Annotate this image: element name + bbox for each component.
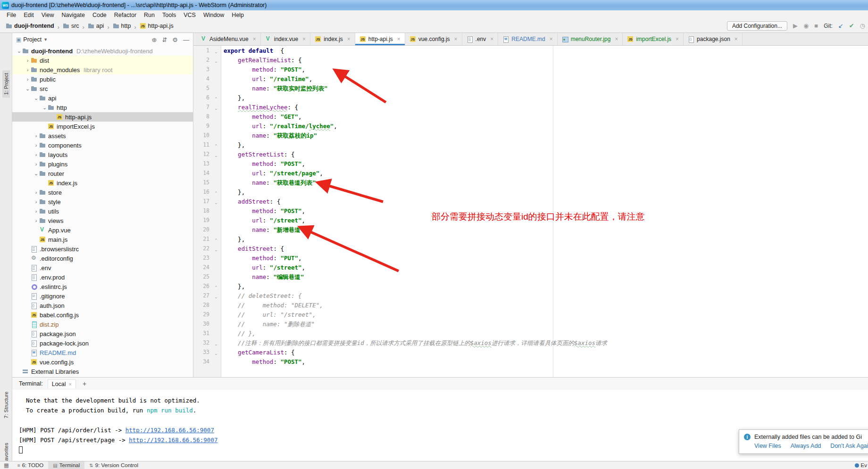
tab-importexcel-js[interactable]: importExcel.js× — [623, 33, 684, 45]
terminal-link[interactable]: http://192.168.66.56:9007 — [125, 427, 214, 434]
menu-item-run[interactable]: Run — [140, 10, 159, 20]
fold-marker-icon[interactable]: ⌄ — [211, 104, 221, 113]
tree-item-package-lock-json[interactable]: package-lock.json — [12, 338, 193, 348]
tab-package-json[interactable]: package.json× — [684, 33, 743, 45]
menu-item-refactor[interactable]: Refactor — [110, 10, 140, 20]
event-log-icon[interactable] — [855, 463, 859, 468]
notification-action-always-add[interactable]: Always Add — [791, 443, 821, 449]
close-icon[interactable]: × — [676, 36, 679, 42]
tree-item-router[interactable]: ⌄router — [12, 169, 193, 178]
chevron-down-icon[interactable]: ▼ — [43, 37, 48, 42]
close-icon[interactable]: × — [347, 36, 351, 42]
tab-index-js[interactable]: index.js× — [310, 33, 355, 45]
tree-item-components[interactable]: ›components — [12, 140, 193, 150]
gear-icon[interactable]: ⚙ — [172, 36, 178, 43]
terminal-tab-local[interactable]: Local × — [48, 379, 76, 388]
tree-item-plugins[interactable]: ›plugins — [12, 159, 193, 169]
chevron-right-icon[interactable]: › — [25, 76, 31, 82]
tool-window-switcher-icon[interactable]: ▦ — [0, 462, 13, 469]
tree-item-browserslistrc[interactable]: .browserslistrc — [12, 244, 193, 254]
tree-item-dist[interactable]: ›dist — [12, 56, 193, 65]
tree-item-env-prod[interactable]: .env.prod — [12, 272, 193, 282]
fold-marker-icon[interactable]: ⌃ — [211, 141, 221, 151]
fold-marker-icon[interactable]: ⌄ — [211, 292, 221, 302]
tree-item-style[interactable]: ›style — [12, 197, 193, 206]
tab-env[interactable]: .env× — [462, 33, 499, 45]
locate-file-icon[interactable]: ⊕ — [152, 36, 157, 43]
new-terminal-session-button[interactable]: + — [81, 380, 88, 387]
fold-marker-icon[interactable]: ⌃ — [211, 283, 221, 292]
tree-item-external-libraries[interactable]: External Libraries — [12, 367, 193, 376]
tree-item-app-vue[interactable]: App.vue — [12, 225, 193, 235]
menu-item-code[interactable]: Code — [89, 10, 110, 20]
tree-item-package-json[interactable]: package.json — [12, 329, 193, 338]
tree-item-editorconfig[interactable]: .editorconfig — [12, 254, 193, 263]
breadcrumb-item-api[interactable]: api — [87, 22, 105, 30]
menu-item-vcs[interactable]: VCS — [180, 10, 200, 20]
notification-action-don-t-ask-agai[interactable]: Don't Ask Agai — [830, 443, 868, 449]
tree-item-main-js[interactable]: main.js — [12, 235, 193, 244]
event-log-label[interactable]: Ev — [861, 462, 867, 468]
notification-action-view-files[interactable]: View Files — [754, 443, 781, 449]
chevron-down-icon[interactable]: ⌄ — [33, 171, 39, 177]
close-icon[interactable]: × — [615, 36, 618, 42]
tree-item-importexcel-js[interactable]: importExcel.js — [12, 122, 193, 131]
close-icon[interactable]: × — [490, 36, 493, 42]
tree-item-http[interactable]: ⌄http — [12, 103, 193, 112]
menu-item-tools[interactable]: Tools — [159, 10, 180, 20]
hide-panel-icon[interactable]: — — [183, 36, 189, 43]
chevron-right-icon[interactable]: › — [33, 218, 39, 223]
fold-marker-icon[interactable]: ⌄ — [211, 339, 221, 349]
fold-marker-icon[interactable]: ⌄ — [211, 57, 221, 66]
terminal-link[interactable]: http://192.168.66.56:9007 — [129, 436, 217, 444]
status-item-6-todo[interactable]: ≡6: TODO — [13, 461, 48, 469]
tree-item-gitignore[interactable]: .gitignore — [12, 291, 193, 301]
project-panel-title[interactable]: Project — [23, 36, 42, 43]
commit-icon[interactable]: ✔ — [849, 21, 854, 31]
tree-item-index-js[interactable]: index.js — [12, 178, 193, 188]
chevron-right-icon[interactable]: › — [33, 199, 39, 205]
debug-icon[interactable]: ◉ — [803, 21, 809, 31]
tree-item-views[interactable]: ›views — [12, 216, 193, 225]
tree-item-eslintrc-js[interactable]: .eslintrc.js — [12, 282, 193, 291]
tree-item-vue-config-js[interactable]: vue.config.js — [12, 357, 193, 367]
chevron-down-icon[interactable]: ⌄ — [42, 105, 48, 111]
tree-item-babel-config-js[interactable]: babel.config.js — [12, 310, 193, 320]
chevron-down-icon[interactable]: ⌄ — [33, 95, 39, 101]
chevron-right-icon[interactable]: › — [33, 189, 39, 195]
fold-marker-icon[interactable]: ⌄ — [211, 151, 221, 160]
menu-item-navigate[interactable]: Navigate — [58, 10, 89, 20]
tree-item-duoji-frontend[interactable]: ⌄duoji-frontendD:\zheheWeb\duoji-fronten… — [12, 46, 193, 56]
chevron-down-icon[interactable]: ⌄ — [25, 86, 31, 92]
close-icon[interactable]: × — [302, 36, 306, 42]
fold-marker-icon[interactable]: ⌄ — [211, 198, 221, 207]
tree-item-utils[interactable]: ›utils — [12, 206, 193, 216]
breadcrumb-item-http-api-js[interactable]: http-api.js — [139, 22, 175, 30]
fold-marker-icon[interactable]: ⌄ — [211, 349, 221, 358]
structure-stripe-button[interactable]: 7: Structure — [3, 392, 9, 419]
tree-item-layouts[interactable]: ›layouts — [12, 150, 193, 159]
status-item-9-version-control[interactable]: ⇅9: Version Control — [84, 461, 143, 469]
breadcrumb-item-duoji-frontend[interactable]: duoji-frontend — [5, 22, 55, 30]
fold-marker-icon[interactable]: ⌃ — [211, 189, 221, 198]
tree-item-http-api-js[interactable]: http-api.js — [12, 112, 193, 122]
menu-item-window[interactable]: Window — [200, 10, 228, 20]
menu-item-edit[interactable]: Edit — [20, 10, 38, 20]
tree-item-readme-md[interactable]: README.md — [12, 348, 193, 357]
menu-item-view[interactable]: View — [38, 10, 58, 20]
tab-http-api-js[interactable]: http-api.js× — [355, 33, 405, 45]
collapse-all-icon[interactable]: ⇵ — [162, 36, 167, 43]
menu-item-help[interactable]: Help — [228, 10, 248, 20]
close-icon[interactable]: × — [734, 36, 738, 42]
tab-asidemenu-vue[interactable]: AsideMenu.vue× — [196, 33, 261, 45]
tab-readme-md[interactable]: README.md× — [498, 33, 557, 45]
tree-item-auth-json[interactable]: auth.json — [12, 301, 193, 310]
tree-item-public[interactable]: ›public — [12, 74, 193, 84]
fold-marker-icon[interactable]: ⌃ — [211, 94, 221, 104]
tree-item-store[interactable]: ›store — [12, 188, 193, 197]
chevron-right-icon[interactable]: › — [25, 58, 31, 63]
fold-marker-icon[interactable]: ⌄ — [211, 47, 221, 57]
menu-item-file[interactable]: File — [3, 10, 20, 20]
history-icon[interactable]: ◷ — [860, 21, 865, 31]
chevron-right-icon[interactable]: › — [33, 161, 39, 167]
